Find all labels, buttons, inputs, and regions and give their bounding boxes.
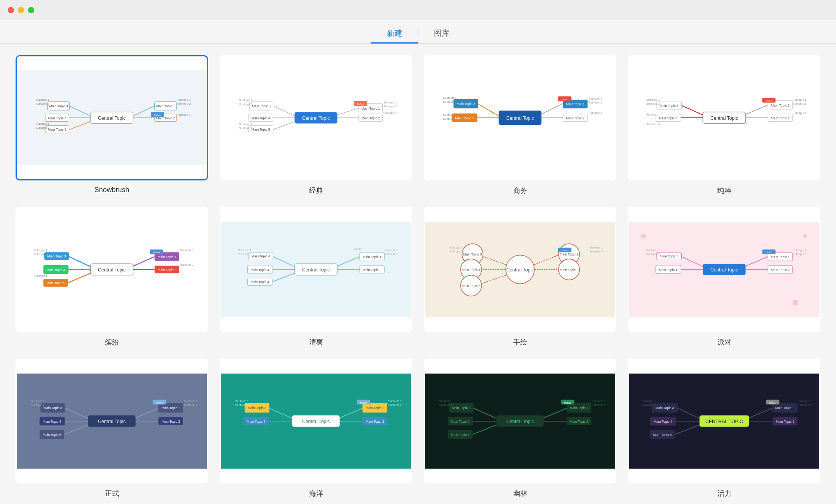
template-name-formal: 正式 xyxy=(105,489,119,498)
svg-text:Subtopic 1: Subtopic 1 xyxy=(443,113,456,117)
template-name-party: 派对 xyxy=(717,338,731,347)
svg-text:Main Topic 2: Main Topic 2 xyxy=(157,268,176,271)
minimize-button[interactable] xyxy=(18,7,24,13)
svg-text:Subtopic 1: Subtopic 1 xyxy=(31,399,45,402)
template-business[interactable]: Central Topic Main Topic 3 Main Topic 4 … xyxy=(424,55,616,195)
svg-text:Main Topic 4: Main Topic 4 xyxy=(462,268,481,271)
svg-text:Defeat: Defeat xyxy=(765,251,772,254)
maximize-button[interactable] xyxy=(28,7,34,13)
svg-text:Subtopic 1: Subtopic 1 xyxy=(589,111,602,115)
template-formal[interactable]: Central Topic Main Topic 3 Main Topic 4 … xyxy=(16,359,208,499)
svg-text:Main Topic 4: Main Topic 4 xyxy=(252,116,270,120)
template-name-ghost: 幽林 xyxy=(513,489,527,498)
svg-text:Main Topic 3: Main Topic 3 xyxy=(656,406,674,410)
template-pure[interactable]: Central Topic Main Topic 3 Main Topic 4 … xyxy=(628,55,820,195)
svg-text:Subtopic 1: Subtopic 1 xyxy=(589,246,603,249)
tab-library[interactable]: 图库 xyxy=(418,24,465,44)
svg-text:Subtopic 2: Subtopic 2 xyxy=(31,403,45,406)
svg-text:Subtopic 2: Subtopic 2 xyxy=(793,102,806,105)
svg-text:Main Topic 5: Main Topic 5 xyxy=(462,284,481,288)
svg-text:Main Topic 3: Main Topic 3 xyxy=(660,254,679,258)
svg-text:Main Topic 4: Main Topic 4 xyxy=(654,419,672,423)
svg-text:Main Topic 5: Main Topic 5 xyxy=(43,432,61,436)
svg-text:Subtopic 1: Subtopic 1 xyxy=(34,248,47,252)
svg-text:Subtopic 2: Subtopic 2 xyxy=(238,252,252,256)
svg-text:Subtopic 1: Subtopic 1 xyxy=(235,399,249,402)
template-snowbrush[interactable]: Central Topic Main Topic 3 Main Topic 4 … xyxy=(16,55,208,195)
svg-text:Subtopic 2: Subtopic 2 xyxy=(589,250,603,253)
svg-text:Subtopic 1: Subtopic 1 xyxy=(383,111,397,115)
tab-new[interactable]: 新建 xyxy=(371,24,418,44)
template-preview-pure[interactable]: Central Topic Main Topic 3 Main Topic 4 … xyxy=(628,55,820,180)
template-handdrawn[interactable]: Central Topic Main Topic 3 Main Topic 4 … xyxy=(424,207,616,347)
svg-text:Main Topic 2: Main Topic 2 xyxy=(363,268,381,271)
svg-text:Subtopic 1: Subtopic 1 xyxy=(793,98,806,102)
svg-text:Subtopic 1: Subtopic 1 xyxy=(34,274,47,278)
svg-text:Main Topic 3: Main Topic 3 xyxy=(252,104,271,108)
svg-text:Central Topic: Central Topic xyxy=(98,267,126,273)
svg-text:Main Topic 1: Main Topic 1 xyxy=(566,102,584,106)
template-vitality[interactable]: CENTRAL TOPIC Main Topic 3 Main Topic 4 … xyxy=(628,359,820,499)
template-party[interactable]: Central Topic Main Topic 3 Main Topic 4 … xyxy=(628,207,820,347)
template-preview-colorful[interactable]: Central Topic Main Topic 3 Main Topic 4 … xyxy=(16,207,208,332)
svg-text:Subtopic 1: Subtopic 1 xyxy=(177,113,191,117)
template-name-snowbrush: Snowbrush xyxy=(94,186,129,194)
template-preview-snowbrush[interactable]: Central Topic Main Topic 3 Main Topic 4 … xyxy=(16,55,208,180)
template-ocean[interactable]: Central Topic Main Topic 3 Main Topic 4 … xyxy=(220,359,412,499)
template-preview-party[interactable]: Central Topic Main Topic 3 Main Topic 4 … xyxy=(628,207,820,332)
template-name-vitality: 活力 xyxy=(717,489,731,498)
template-name-pure: 纯粹 xyxy=(717,186,731,195)
template-preview-business[interactable]: Central Topic Main Topic 3 Main Topic 4 … xyxy=(424,55,616,180)
svg-text:Subtopic 2: Subtopic 2 xyxy=(239,103,252,106)
template-preview-ghost[interactable]: Central Topic Main Topic 3 Main Topic 4 … xyxy=(424,359,616,484)
svg-text:Main Topic 3: Main Topic 3 xyxy=(248,406,266,410)
svg-text:Main Topic 2: Main Topic 2 xyxy=(776,419,794,423)
svg-text:Central Topic: Central Topic xyxy=(710,267,738,273)
svg-text:Main Topic 5: Main Topic 5 xyxy=(451,432,470,436)
svg-text:Subtopic 2: Subtopic 2 xyxy=(589,101,602,104)
svg-text:Subtopic 1: Subtopic 1 xyxy=(177,98,191,102)
svg-text:Subtopic 2: Subtopic 2 xyxy=(793,252,806,256)
svg-text:Subtopic 1: Subtopic 1 xyxy=(184,399,198,402)
template-preview-formal[interactable]: Central Topic Main Topic 3 Main Topic 4 … xyxy=(16,359,208,484)
template-preview-handdrawn[interactable]: Central Topic Main Topic 3 Main Topic 4 … xyxy=(424,207,616,332)
template-colorful[interactable]: Central Topic Main Topic 3 Main Topic 4 … xyxy=(16,207,208,347)
svg-text:Subtopic 2: Subtopic 2 xyxy=(443,100,456,103)
svg-text:Main Topic 1: Main Topic 1 xyxy=(363,255,381,259)
svg-text:Subtopic 4: Subtopic 4 xyxy=(646,122,660,126)
template-preview-ocean[interactable]: Central Topic Main Topic 3 Main Topic 4 … xyxy=(220,359,412,484)
template-fresh[interactable]: Central Topic Main Topic 4 Main Topic 4 … xyxy=(220,207,412,347)
svg-text:Subtopic 1: Subtopic 1 xyxy=(589,97,602,100)
svg-text:Main Topic 4: Main Topic 4 xyxy=(252,254,270,258)
svg-text:Subtopic 1: Subtopic 1 xyxy=(385,248,398,252)
svg-text:Central Topic: Central Topic xyxy=(506,418,534,424)
svg-text:Central Topic: Central Topic xyxy=(302,267,330,273)
svg-text:Subtopic 1: Subtopic 1 xyxy=(642,399,655,402)
template-preview-classic[interactable]: Central Topic Main Topic 3 Main Topic 4 … xyxy=(220,55,412,180)
svg-text:Central Topic: Central Topic xyxy=(302,418,330,424)
template-name-fresh: 清爽 xyxy=(309,338,323,347)
svg-text:Subtopic 2: Subtopic 2 xyxy=(439,403,453,406)
svg-text:Subtopic 2: Subtopic 2 xyxy=(239,126,252,130)
svg-text:Subtopic 1: Subtopic 1 xyxy=(180,263,194,266)
svg-point-195 xyxy=(793,300,799,306)
svg-text:Subtopic 2: Subtopic 2 xyxy=(646,102,660,105)
template-preview-vitality[interactable]: CENTRAL TOPIC Main Topic 3 Main Topic 4 … xyxy=(628,359,820,484)
svg-text:Subtopic 2: Subtopic 2 xyxy=(34,252,47,256)
close-button[interactable] xyxy=(8,7,14,13)
svg-text:Subtopic 1: Subtopic 1 xyxy=(36,122,49,126)
tab-bar: 新建 图库 xyxy=(0,20,836,44)
svg-text:Main Topic 3: Main Topic 3 xyxy=(660,104,679,108)
template-name-classic: 经典 xyxy=(309,186,323,195)
svg-text:Main Topic 4: Main Topic 4 xyxy=(43,419,61,423)
svg-text:Main Topic 3: Main Topic 3 xyxy=(452,406,470,410)
svg-text:Subtopic 2: Subtopic 2 xyxy=(184,403,198,406)
svg-text:Central Topic: Central Topic xyxy=(302,116,330,121)
svg-text:Main Topic 4: Main Topic 4 xyxy=(46,268,65,271)
template-classic[interactable]: Central Topic Main Topic 3 Main Topic 4 … xyxy=(220,55,412,195)
svg-text:Main Topic 1: Main Topic 1 xyxy=(366,406,384,410)
templates-grid: Central Topic Main Topic 3 Main Topic 4 … xyxy=(16,55,820,498)
template-ghost[interactable]: Central Topic Main Topic 3 Main Topic 4 … xyxy=(424,359,616,499)
template-preview-fresh[interactable]: Central Topic Main Topic 4 Main Topic 4 … xyxy=(220,207,412,332)
svg-text:Subtopic 2: Subtopic 2 xyxy=(383,105,397,108)
